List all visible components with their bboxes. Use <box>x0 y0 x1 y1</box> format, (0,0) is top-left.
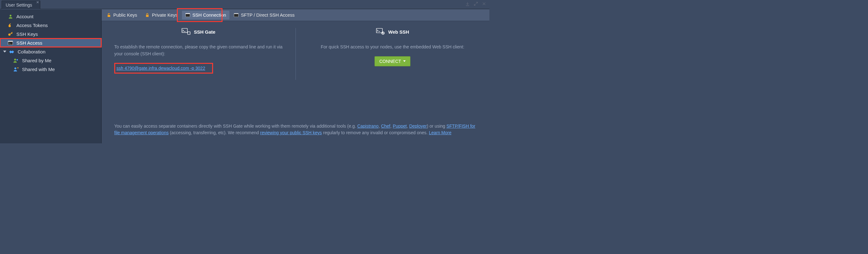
download-icon[interactable] <box>465 2 470 7</box>
sidebar-item-collaboration[interactable]: Collaboration <box>0 47 101 56</box>
ssh-gate-panel: SSH Gate To establish the remote connect… <box>114 28 283 80</box>
svg-rect-17 <box>188 32 190 35</box>
expand-icon[interactable] <box>474 2 478 7</box>
sidebar-item-access-tokens[interactable]: Access Tokens <box>0 21 101 30</box>
tab-sftp-direct[interactable]: SFTP / Direct SSH Access <box>230 11 298 20</box>
window-title: User Settings <box>6 2 32 7</box>
sidebar-item-label: Shared with Me <box>22 67 55 72</box>
svg-point-0 <box>9 14 11 16</box>
window-title-tab[interactable]: User Settings × <box>2 1 40 9</box>
lock-open-icon <box>106 13 111 17</box>
sidebar: Account Access Tokens SSH Keys >_ SSH Ac… <box>0 9 102 143</box>
link-puppet[interactable]: Puppet <box>393 123 407 129</box>
panel-title: SSH Gate <box>194 29 215 35</box>
web-ssh-panel: Web SSH For quick SSH access to your nod… <box>308 28 477 80</box>
sidebar-item-label: Access Tokens <box>17 23 48 28</box>
svg-rect-10 <box>107 15 110 17</box>
terminal-globe-icon <box>376 28 385 36</box>
titlebar: User Settings × <box>0 0 489 9</box>
svg-text:>_: >_ <box>8 42 11 44</box>
terminal-icon: >_ <box>7 40 13 45</box>
sidebar-item-shared-with-me[interactable]: Shared with Me <box>0 65 101 74</box>
main-panel: Public Keys Private Keys SSH Connection <box>102 9 489 143</box>
svg-rect-15 <box>234 14 238 17</box>
tab-label: Private Keys <box>152 12 178 17</box>
sidebar-item-ssh-keys[interactable]: SSH Keys <box>0 30 101 38</box>
panel-title: Web SSH <box>389 29 409 35</box>
sidebar-item-ssh-access[interactable]: >_ SSH Access <box>0 38 101 47</box>
terminal-network-icon <box>182 28 190 36</box>
svg-point-7 <box>14 59 16 60</box>
tab-ssh-connection[interactable]: SSH Connection <box>182 11 229 20</box>
sidebar-item-label: Shared by Me <box>22 58 51 63</box>
sidebar-item-label: SSH Keys <box>17 31 38 37</box>
svg-point-9 <box>14 67 17 69</box>
svg-rect-16 <box>182 28 188 32</box>
sidebar-item-label: SSH Access <box>17 40 42 45</box>
sidebar-item-shared-by-me[interactable]: Shared by Me <box>0 56 101 65</box>
terminal-icon <box>234 13 239 17</box>
svg-rect-13 <box>186 14 190 17</box>
sidebar-item-account[interactable]: Account <box>0 12 101 21</box>
tab-label: SFTP / Direct SSH Access <box>241 12 294 17</box>
close-tab-icon[interactable]: × <box>36 0 39 5</box>
link-learn-more[interactable]: Learn More <box>429 130 452 135</box>
tab-label: SSH Connection <box>192 12 226 17</box>
web-ssh-desc: For quick SSH access to your nodes, use … <box>308 44 477 50</box>
chevron-down-icon <box>3 50 6 52</box>
svg-point-1 <box>8 25 11 27</box>
button-label: CONNECT <box>379 59 401 64</box>
person-icon <box>7 13 13 19</box>
close-window-icon[interactable] <box>482 2 486 7</box>
chevron-down-icon <box>403 60 406 62</box>
sidebar-item-label: Collaboration <box>18 49 45 55</box>
svg-point-8 <box>17 59 18 61</box>
divider <box>296 28 296 80</box>
svg-rect-11 <box>146 15 149 17</box>
people-icon <box>13 58 19 63</box>
handshake-icon <box>9 49 14 55</box>
key-icon <box>7 22 13 28</box>
link-capistrano[interactable]: Capistrano <box>357 123 379 129</box>
lock-icon <box>145 13 150 17</box>
people-arrow-icon <box>13 66 19 72</box>
tab-public-keys[interactable]: Public Keys <box>103 11 141 20</box>
sidebar-item-label: Account <box>17 14 33 19</box>
tab-private-keys[interactable]: Private Keys <box>142 11 181 20</box>
connect-button[interactable]: CONNECT <box>374 56 410 66</box>
link-deployer[interactable]: Deployer <box>409 123 427 129</box>
ssh-gate-desc: To establish the remote connection, plea… <box>114 44 283 57</box>
footer-text: You can easily access separate container… <box>114 123 477 137</box>
link-chef[interactable]: Chef <box>381 123 391 129</box>
terminal-icon <box>185 13 190 17</box>
key-icon <box>7 31 13 37</box>
svg-point-3 <box>8 33 10 36</box>
svg-rect-18 <box>376 28 382 33</box>
tabs-row: Public Keys Private Keys SSH Connection <box>102 9 489 21</box>
link-review-keys[interactable]: reviewing your public SSH keys <box>260 130 322 135</box>
ssh-command-link[interactable]: ssh 4790@gate.infra.dewacloud.com -p 302… <box>117 64 211 73</box>
highlight-box: ssh 4790@gate.infra.dewacloud.com -p 302… <box>114 63 213 74</box>
tab-label: Public Keys <box>113 12 137 17</box>
